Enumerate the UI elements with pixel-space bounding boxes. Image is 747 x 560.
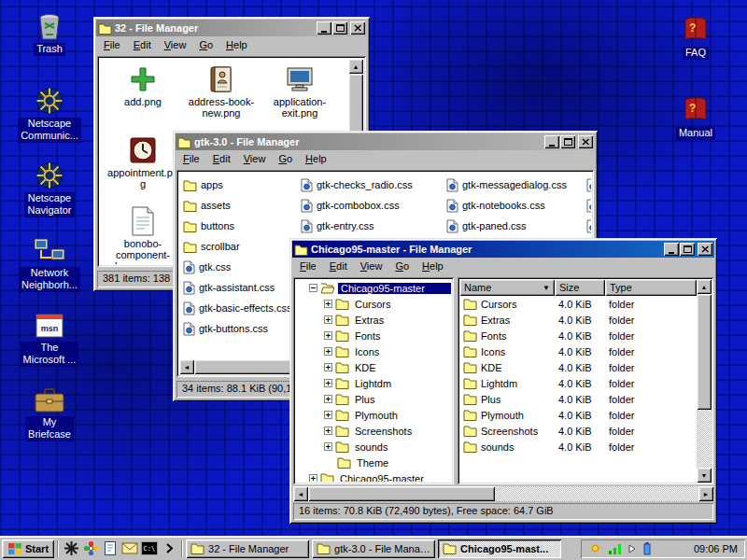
notes-icon[interactable] xyxy=(101,539,120,558)
menu-item-help[interactable]: Help xyxy=(416,259,450,273)
file-add-png[interactable]: add.png xyxy=(104,64,182,135)
menu-item-view[interactable]: View xyxy=(237,152,273,166)
close-button[interactable] xyxy=(578,135,593,148)
plus-expander-icon[interactable]: + xyxy=(309,474,317,482)
file-gtk-paned-css[interactable]: gtk-paned.css xyxy=(444,216,585,236)
desktop-icon-manual[interactable]: ?Manual xyxy=(663,93,728,164)
task-button-32-file-manager[interactable]: 32 - File Manager xyxy=(186,539,309,558)
file-gtk-buttons-css[interactable]: gtk-buttons.css xyxy=(181,318,299,339)
icq-flower-icon[interactable] xyxy=(81,539,100,558)
scrollbar-track[interactable] xyxy=(495,486,698,501)
mail-icon[interactable] xyxy=(120,539,139,558)
file-gtk-messagedialog-css[interactable]: gtk-messagedialog.css xyxy=(444,175,585,195)
scrollbar-thumb[interactable] xyxy=(697,294,712,410)
file-row-plus[interactable]: Plus4.0 KiBfolder xyxy=(459,391,697,407)
desktop-icon-my-briefcase[interactable]: My Briefcase xyxy=(13,383,86,454)
tree-node-fonts[interactable]: +Fonts xyxy=(296,328,451,343)
scroll-up-icon[interactable]: ▲ xyxy=(697,279,712,294)
file-item[interactable] xyxy=(585,216,591,236)
desktop-icon-netscape-communic[interactable]: Netscape Communic... xyxy=(13,84,86,155)
file-row-fonts[interactable]: Fonts4.0 KiBfolder xyxy=(459,328,697,343)
chevron-right-icon[interactable] xyxy=(160,539,178,558)
file-row-cursors[interactable]: Cursors4.0 KiBfolder xyxy=(459,296,697,312)
column-header-type[interactable]: Type xyxy=(605,279,697,296)
file-gtk-assistant-css[interactable]: gtk-assistant.css xyxy=(181,277,299,298)
plus-expander-icon[interactable]: + xyxy=(324,442,332,451)
tree-node-chicago95-master[interactable]: −Chicago95-master xyxy=(296,280,451,296)
file-row-icons[interactable]: Icons4.0 KiBfolder xyxy=(459,343,697,359)
vertical-scrollbar[interactable]: ▲ ▼ xyxy=(697,279,712,483)
scroll-left-icon[interactable]: ◄ xyxy=(179,359,194,374)
menu-item-help[interactable]: Help xyxy=(219,38,254,52)
menu-item-view[interactable]: View xyxy=(354,259,389,273)
tree-node-theme[interactable]: Theme xyxy=(296,455,451,470)
plus-expander-icon[interactable]: + xyxy=(324,347,332,356)
titlebar[interactable]: 32 - File Manager xyxy=(96,20,367,36)
desktop-icon-netscape-navigator[interactable]: Netscape Navigator xyxy=(13,159,86,230)
clock[interactable]: 09:06 PM xyxy=(694,543,738,554)
file-gtk-css[interactable]: gtk.css xyxy=(181,257,299,277)
tree-node-icons[interactable]: +Icons xyxy=(296,343,451,359)
menu-item-file[interactable]: File xyxy=(97,38,127,52)
file-row-sounds[interactable]: sounds4.0 KiBfolder xyxy=(459,439,697,455)
tree-node-plus[interactable]: +Plus xyxy=(296,391,451,407)
desktop-icon-the-microsoft[interactable]: msnThe Microsoft ... xyxy=(13,308,86,379)
file-row-screenshots[interactable]: Screenshots4.0 KiBfolder xyxy=(459,423,697,439)
file-assets[interactable]: assets xyxy=(181,195,299,216)
menu-item-edit[interactable]: Edit xyxy=(127,38,158,52)
brightness-icon[interactable] xyxy=(588,541,602,555)
plus-expander-icon[interactable]: + xyxy=(324,363,332,371)
tree-node-chicago95-master[interactable]: +Chicago95-master xyxy=(296,470,451,482)
close-button[interactable] xyxy=(698,243,712,256)
desktop-icon-faq[interactable]: ?FAQ xyxy=(663,13,728,84)
file-scrollbar[interactable]: scrollbar xyxy=(181,236,299,257)
menu-item-help[interactable]: Help xyxy=(299,152,333,166)
scrollbar-track[interactable] xyxy=(697,410,712,468)
tree-node-cursors[interactable]: +Cursors xyxy=(296,296,451,312)
file-row-extras[interactable]: Extras4.0 KiBfolder xyxy=(459,312,697,328)
dos-prompt-icon[interactable]: C:\ xyxy=(140,539,159,558)
plus-expander-icon[interactable]: + xyxy=(324,379,332,387)
scrollbar-thumb[interactable] xyxy=(308,486,495,501)
file-gtk-checks-radio-css[interactable]: gtk-checks_radio.css xyxy=(299,175,444,195)
tree-node-sounds[interactable]: +sounds xyxy=(296,439,451,455)
file-row-plymouth[interactable]: Plymouth4.0 KiBfolder xyxy=(459,407,697,423)
plus-expander-icon[interactable]: + xyxy=(324,411,332,419)
menu-item-go[interactable]: Go xyxy=(388,259,416,273)
x-window-icon[interactable] xyxy=(62,539,80,558)
close-button[interactable] xyxy=(350,21,365,35)
task-button-chicago95-mast[interactable]: Chicago95-mast... xyxy=(438,539,561,558)
file-gtk-combobox-css[interactable]: gtk-combobox.css xyxy=(299,195,444,216)
horizontal-scrollbar[interactable]: ◄ ► xyxy=(293,486,713,501)
file-apps[interactable]: apps xyxy=(181,175,299,195)
file-row-kde[interactable]: KDE4.0 KiBfolder xyxy=(459,359,697,375)
tree-node-extras[interactable]: +Extras xyxy=(296,312,451,328)
tree-node-screenshots[interactable]: +Screenshots xyxy=(296,423,451,439)
plus-expander-icon[interactable]: + xyxy=(324,331,332,340)
plus-expander-icon[interactable]: + xyxy=(324,427,332,435)
column-header-name[interactable]: Name▼ xyxy=(459,279,555,296)
minus-expander-icon[interactable]: − xyxy=(309,284,317,292)
file-gtk-notebooks-css[interactable]: gtk-notebooks.css xyxy=(444,195,585,216)
minimize-button[interactable] xyxy=(664,243,679,256)
column-header-size[interactable]: Size xyxy=(555,279,605,296)
scroll-right-icon[interactable]: ► xyxy=(698,486,713,501)
file-item[interactable] xyxy=(585,175,591,195)
file-gtk-entry-css[interactable]: gtk-entry.css xyxy=(299,216,444,236)
arrow-right-icon[interactable] xyxy=(627,542,637,555)
tree-node-plymouth[interactable]: +Plymouth xyxy=(296,407,451,423)
file-address-book-new-png[interactable]: address-book-new.png xyxy=(182,64,261,135)
file-gtk-basic-effects-css[interactable]: gtk-basic-effects.css xyxy=(181,298,299,318)
network-signal-icon[interactable] xyxy=(608,542,622,555)
plus-expander-icon[interactable]: + xyxy=(324,395,332,403)
plus-expander-icon[interactable]: + xyxy=(324,315,332,324)
desktop-icon-network-neighborh[interactable]: Network Neighborh... xyxy=(13,233,86,304)
file-application-exit-png[interactable]: application-exit.png xyxy=(261,64,339,135)
titlebar[interactable]: gtk-3.0 - File Manager xyxy=(176,133,595,150)
menu-item-edit[interactable]: Edit xyxy=(323,259,354,273)
scroll-down-icon[interactable]: ▼ xyxy=(697,468,712,483)
menu-item-go[interactable]: Go xyxy=(192,38,219,52)
file-appointment-png[interactable]: appointment.png xyxy=(104,135,182,206)
menu-item-view[interactable]: View xyxy=(158,38,193,52)
maximize-button[interactable] xyxy=(332,21,347,35)
